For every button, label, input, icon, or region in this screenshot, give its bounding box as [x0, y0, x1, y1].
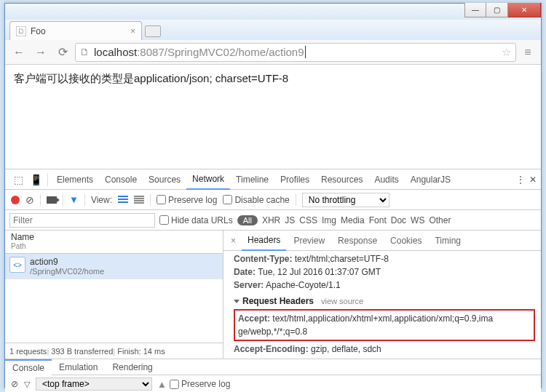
maximize-button[interactable]: ▢ [486, 3, 508, 17]
tab-network[interactable]: Network [186, 169, 230, 190]
small-rows-button[interactable] [134, 196, 144, 204]
devtools-panel: ⬚ 📱 Elements Console Sources Network Tim… [5, 169, 541, 392]
separator [63, 194, 63, 206]
filter-font[interactable]: Font [369, 215, 387, 225]
dtab-cookies[interactable]: Cookies [384, 231, 427, 251]
tab-close-icon[interactable]: × [130, 26, 135, 36]
url-text: localhost:8087/SpringMVC02/home/action9 [94, 46, 306, 58]
header-server: Server: Apache-Coyote/1.1 [234, 279, 535, 292]
menu-button[interactable]: ≡ [519, 44, 537, 61]
record-button[interactable] [11, 196, 20, 204]
separator [47, 173, 48, 186]
filter-all[interactable]: All [237, 215, 258, 225]
expand-triangle-icon [234, 300, 240, 303]
hide-data-urls-label: Hide data URLs [171, 215, 233, 225]
dtab-timing[interactable]: Timing [429, 231, 467, 251]
request-detail-pane: × Headers Preview Response Cookies Timin… [223, 231, 541, 359]
header-date: Date: Tue, 12 Jul 2016 01:37:07 GMT [234, 265, 535, 279]
dtab-preview[interactable]: Preview [288, 231, 331, 251]
drawer-tab-emulation[interactable]: Emulation [52, 359, 105, 375]
preserve-log-label: Preserve log [168, 195, 217, 205]
forward-button[interactable]: → [31, 43, 50, 62]
headers-body[interactable]: Content-Type: text/html;charset=UTF-8 Da… [223, 251, 541, 359]
request-list-header[interactable]: Name Path [5, 231, 223, 254]
filter-xhr[interactable]: XHR [262, 215, 280, 225]
col-name: Name [11, 232, 217, 242]
tab-title: Foo [31, 26, 46, 36]
window-controls: — ▢ ✕ [464, 3, 541, 17]
console-toolbar: ⊘ ▽ <top frame> ▶ Preserve log [5, 375, 541, 392]
clear-button[interactable]: ⊘ [25, 194, 34, 206]
filter-icon[interactable]: ▽ [24, 380, 30, 389]
tab-sources[interactable]: Sources [143, 169, 186, 190]
filter-css[interactable]: CSS [299, 215, 317, 225]
close-button[interactable]: ✕ [508, 3, 541, 17]
reload-button[interactable]: ⟳ [53, 43, 72, 62]
filter-js[interactable]: JS [285, 215, 295, 225]
more-icon[interactable]: ⋮ [516, 175, 525, 185]
text-cursor [305, 46, 306, 58]
preserve-log-checkbox[interactable]: Preserve log [157, 195, 217, 205]
frame-select[interactable]: <top frame> [36, 377, 152, 391]
chevron-icon: ▶ [157, 381, 165, 387]
disable-cache-checkbox[interactable]: Disable cache [223, 195, 289, 205]
footer-requests: 1 requests [9, 347, 47, 356]
request-footer: 1 requests 393 B transferred Finish: 14 … [5, 343, 223, 359]
page-body-text: 客户端可以接收的类型是application/json; charset=UTF… [14, 72, 288, 84]
filter-input[interactable] [9, 213, 155, 228]
clear-console-button[interactable]: ⊘ [11, 379, 18, 389]
request-list-pane: Name Path <> action9 /SpringMVC02/home 1… [5, 231, 223, 359]
detail-close-icon[interactable]: × [226, 236, 240, 246]
dtab-headers[interactable]: Headers [242, 231, 286, 251]
large-rows-button[interactable] [118, 196, 128, 204]
hide-data-urls-checkbox[interactable]: Hide data URLs [159, 215, 233, 225]
drawer-tabs: Console Emulation Rendering [5, 359, 541, 375]
filter-toggle-icon[interactable]: ▼ [69, 194, 79, 205]
header-accept-wrap: ge/webp,*/*;q=0.8 [238, 325, 531, 338]
device-mode-icon[interactable]: 📱 [27, 174, 44, 185]
bookmark-star-icon[interactable]: ☆ [502, 46, 511, 59]
network-filter-bar: Hide data URLs All XHR JS CSS Img Media … [5, 210, 541, 231]
screenshot-button[interactable] [47, 196, 57, 204]
request-path: /SpringMVC02/home [30, 267, 104, 276]
detail-tabs: × Headers Preview Response Cookies Timin… [223, 231, 541, 251]
url-port: :8087 [137, 46, 165, 58]
url-host: localhost [94, 46, 137, 58]
browser-tab[interactable]: 🗋 Foo × [9, 21, 142, 40]
tab-elements[interactable]: Elements [51, 169, 99, 190]
request-headers-section[interactable]: Request Headersview source [234, 295, 535, 308]
address-bar[interactable]: 🗋 localhost:8087/SpringMVC02/home/action… [75, 43, 516, 62]
tab-angularjs[interactable]: AngularJS [405, 169, 456, 190]
window-titlebar: — ▢ ✕ [5, 4, 541, 20]
tab-resources[interactable]: Resources [315, 169, 368, 190]
tab-console[interactable]: Console [99, 169, 143, 190]
filter-ws[interactable]: WS [411, 215, 424, 225]
drawer-tab-rendering[interactable]: Rendering [105, 359, 159, 375]
tab-strip: 🗋 Foo × [5, 20, 541, 40]
tab-audits[interactable]: Audits [368, 169, 404, 190]
drawer-preserve-log-checkbox[interactable]: Preserve log [170, 379, 230, 389]
header-accept: Accept: text/html,application/xhtml+xml,… [238, 312, 531, 325]
separator [84, 194, 85, 206]
request-name: action9 [30, 257, 104, 267]
tab-profiles[interactable]: Profiles [274, 169, 315, 190]
view-source-link[interactable]: view source [321, 297, 363, 305]
filter-other[interactable]: Other [429, 215, 451, 225]
filter-img[interactable]: Img [322, 215, 336, 225]
dtab-response[interactable]: Response [332, 231, 383, 251]
highlighted-accept-header: Accept: text/html,application/xhtml+xml,… [234, 309, 535, 341]
devtools-close-icon[interactable]: ✕ [529, 175, 537, 185]
devtools-drawer: Console Emulation Rendering ⊘ ▽ <top fra… [5, 359, 541, 392]
request-text: action9 /SpringMVC02/home [30, 257, 104, 276]
drawer-tab-console[interactable]: Console [5, 359, 52, 375]
throttling-select[interactable]: No throttling [302, 193, 389, 207]
request-row[interactable]: <> action9 /SpringMVC02/home [5, 254, 223, 279]
page-content: 客户端可以接收的类型是application/json; charset=UTF… [5, 65, 541, 169]
new-tab-button[interactable] [145, 25, 161, 37]
tab-timeline[interactable]: Timeline [230, 169, 274, 190]
filter-media[interactable]: Media [341, 215, 365, 225]
inspect-icon[interactable]: ⬚ [9, 174, 27, 185]
filter-doc[interactable]: Doc [391, 215, 406, 225]
minimize-button[interactable]: — [464, 3, 486, 17]
back-button[interactable]: ← [9, 43, 28, 62]
